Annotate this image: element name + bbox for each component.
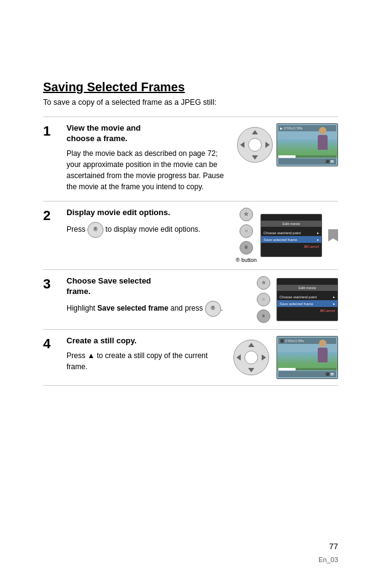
- menu-title: Edit movie: [261, 221, 321, 227]
- step-3-content: Choose Save selectedframe. Highlight Sav…: [67, 276, 251, 319]
- screen-hud-bottom-4: ⬛ 🎞: [278, 371, 336, 377]
- step-4-title: Create a still copy.: [67, 336, 227, 346]
- step-number-4: 4: [43, 336, 62, 351]
- arrow-right-icon: [265, 142, 270, 148]
- side-btn-1: ☆: [240, 208, 253, 221]
- side-btn-2: ○: [240, 224, 253, 238]
- screen-hud-text: ▶ 0'00s/1'08s: [280, 126, 303, 130]
- step-2-title: Display movie edit options.: [67, 208, 230, 218]
- menu-item-1-label: Choose start/end point: [264, 231, 300, 235]
- side-btn-3-ok: ®: [257, 309, 270, 323]
- intro-text: To save a copy of a selected frame as a …: [43, 98, 338, 107]
- step-3-visuals: ☆ ○ ® Edit movie Choose start/end point …: [257, 276, 338, 323]
- step-3-title: Choose Save selectedframe.: [67, 276, 251, 297]
- side-buttons: ☆ ○ ®: [240, 208, 253, 255]
- camera-viewfinder-1: ▶ 0'00s/1'08s ⬛ 🎞: [276, 123, 338, 166]
- person-head: [319, 127, 326, 134]
- person-body: [318, 135, 328, 150]
- step-2-desc: Press ® to display movie edit options.: [67, 222, 227, 238]
- person-body-4: [318, 348, 328, 362]
- step-1: 1 View the movie andchoose a frame. Play…: [43, 116, 338, 201]
- step-1-desc: Play the movie back as described on page…: [67, 148, 227, 192]
- dpad-center: [248, 138, 262, 152]
- person-silhouette: [314, 127, 331, 155]
- menu-item-3-2-icon: ▸: [333, 301, 335, 306]
- step-4-desc: Press ▲ to create a still copy of the cu…: [67, 350, 227, 372]
- menu-item-3-1: Choose start/end point ▸: [277, 293, 337, 300]
- person-silhouette-4: [314, 340, 331, 367]
- step-3-desc: Highlight Save selected frame and press …: [67, 301, 227, 317]
- en-code: En_03: [318, 556, 338, 563]
- step-1-title: View the movie andchoose a frame.: [67, 123, 231, 144]
- ok-button-icon: ®: [87, 222, 103, 238]
- arrow-left-icon: [240, 142, 244, 148]
- menu-item-2: Save selected frame ▸: [261, 236, 321, 243]
- menu-item-1: Choose start/end point ▸: [261, 229, 321, 236]
- progress-bar-4: [278, 368, 336, 370]
- page-title: Saving Selected Frames: [43, 80, 338, 94]
- menu-screen-2: Edit movie Choose start/end point ▸ Save…: [260, 214, 322, 257]
- person-head-4: [319, 340, 326, 347]
- menu-screen-3: Edit movie Choose start/end point ▸ Save…: [276, 278, 338, 321]
- menu-item-1-icon: ▸: [317, 231, 319, 235]
- menu-title-3: Edit movie: [277, 285, 337, 291]
- side-btn-3-1: ☆: [257, 276, 270, 290]
- screen-bottom-text-4: ⬛ 🎞: [326, 372, 334, 376]
- step-1-visuals: ▶ 0'00s/1'08s ⬛ 🎞: [237, 123, 338, 166]
- menu-cancel: ⊠Cancel: [261, 243, 321, 250]
- dpad-center-4: [244, 351, 258, 364]
- menu-item-2-label: Save selected frame: [264, 238, 297, 242]
- step-4-visuals: ⬛ 0'00s/1'08s ⬛ 🎞: [233, 336, 338, 379]
- menu-item-3-2-label: Save selected frame: [280, 302, 313, 306]
- progress-bar: [278, 155, 336, 158]
- button-caption: ® button: [236, 257, 257, 263]
- screen-hud-text-4: ⬛ 0'00s/1'08s: [280, 339, 304, 343]
- step-4-content: Create a still copy. Press ▲ to create a…: [67, 336, 227, 375]
- screen-bottom-text: ⬛ 🎞: [326, 160, 334, 163]
- arrow-down-icon: [252, 155, 258, 160]
- step-2-visuals: ☆ ○ ® ® button Edit movie Choose start/e…: [236, 208, 338, 263]
- step-number-3: 3: [43, 276, 62, 291]
- step-2: 2 Display movie edit options. Press ® to…: [43, 201, 338, 269]
- arrow-down-icon-4: [248, 368, 254, 372]
- step-4: 4 Create a still copy. Press ▲ to create…: [43, 329, 338, 386]
- step-1-content: View the movie andchoose a frame. Play t…: [67, 123, 231, 195]
- step-number-1: 1: [43, 123, 62, 138]
- side-buttons-3: ☆ ○ ®: [257, 276, 270, 323]
- side-btn-ok: ®: [240, 241, 253, 255]
- step-number-2: 2: [43, 208, 62, 223]
- page-container: Saving Selected Frames To save a copy of…: [0, 0, 375, 423]
- progress-fill-4: [278, 368, 296, 370]
- menu-item-2-icon: ▸: [317, 237, 319, 242]
- screen-hud-bottom: ⬛ 🎞: [278, 158, 336, 165]
- menu-item-3-1-label: Choose start/end point: [280, 295, 317, 299]
- bookmark-icon: [328, 229, 338, 242]
- menu-item-3-1-icon: ▸: [333, 295, 335, 299]
- step-2-content: Display movie edit options. Press ® to d…: [67, 208, 230, 240]
- ok-button-icon-3: ®: [205, 301, 221, 317]
- dpad-control: [237, 127, 273, 163]
- arrow-up-icon: [252, 130, 258, 134]
- camera-viewfinder-4: ⬛ 0'00s/1'08s ⬛ 🎞: [276, 336, 338, 379]
- step-3: 3 Choose Save selectedframe. Highlight S…: [43, 269, 338, 329]
- menu-cancel-3: ⊠Cancel: [277, 307, 337, 314]
- arrow-up-icon-4: [248, 343, 254, 347]
- dpad-control-4: [233, 340, 269, 375]
- side-buttons-container: ☆ ○ ® ® button: [236, 208, 257, 263]
- menu-item-3-2: Save selected frame ▸: [277, 300, 337, 307]
- arrow-right-icon-4: [262, 354, 266, 361]
- page-number: 77: [329, 542, 338, 551]
- progress-fill: [278, 155, 296, 158]
- arrow-left-icon-4: [236, 354, 241, 361]
- side-btn-3-2: ○: [257, 293, 270, 306]
